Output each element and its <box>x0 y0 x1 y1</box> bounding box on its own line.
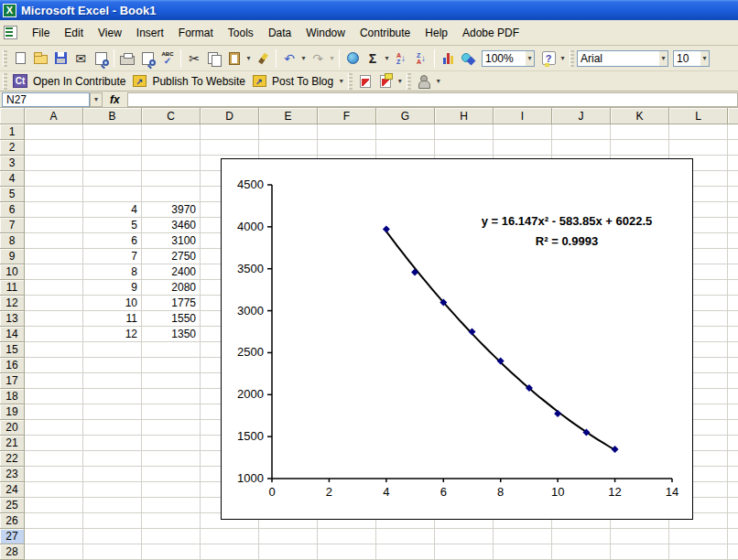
menu-item-edit[interactable]: Edit <box>57 23 91 43</box>
redo-button[interactable]: ↷ <box>308 48 328 68</box>
cell-B4[interactable] <box>83 171 142 187</box>
convert-to-pdf-email-button[interactable] <box>375 71 396 91</box>
cell-H27[interactable] <box>435 529 494 544</box>
cell-M16[interactable] <box>728 358 738 373</box>
drawing-button[interactable] <box>458 48 478 68</box>
cell-A12[interactable] <box>25 296 83 311</box>
row-header-28[interactable]: 28 <box>0 544 25 560</box>
cell-J28[interactable] <box>552 544 611 560</box>
publish-to-website-label[interactable]: Publish To Website <box>149 75 249 88</box>
cell-B21[interactable] <box>83 436 142 451</box>
cell-C15[interactable] <box>142 342 201 358</box>
cell-B17[interactable] <box>83 373 142 389</box>
cell-C5[interactable] <box>142 187 201 202</box>
cell-B27[interactable] <box>83 529 142 544</box>
cell-M3[interactable] <box>728 156 738 171</box>
column-header-b[interactable]: B <box>83 108 142 124</box>
cell-E1[interactable] <box>259 124 318 140</box>
row-header-6[interactable]: 6 <box>0 202 25 218</box>
cell-M6[interactable] <box>728 202 738 218</box>
column-header-a[interactable]: A <box>25 108 83 124</box>
cell-B2[interactable] <box>83 140 142 156</box>
cell-M8[interactable] <box>728 233 738 249</box>
cell-M13[interactable] <box>728 311 738 327</box>
cell-A6[interactable] <box>25 202 83 218</box>
cell-L1[interactable] <box>669 124 728 140</box>
toolbar-grip[interactable] <box>570 50 574 67</box>
cell-A13[interactable] <box>25 311 83 327</box>
data-point-marker[interactable] <box>554 410 561 417</box>
cell-B8[interactable]: 6 <box>83 233 142 249</box>
cell-A7[interactable] <box>25 218 83 233</box>
cell-A1[interactable] <box>25 124 83 140</box>
column-header-g[interactable]: G <box>376 108 435 124</box>
open-button[interactable] <box>30 48 50 68</box>
insert-function-button[interactable]: fx <box>103 93 127 106</box>
cell-C12[interactable]: 1775 <box>142 296 201 311</box>
cell-K27[interactable] <box>611 529 669 544</box>
toolbar-grip[interactable] <box>407 73 411 90</box>
cell-B3[interactable] <box>83 156 142 171</box>
data-point-marker[interactable] <box>411 268 418 275</box>
column-header-h[interactable]: H <box>435 108 494 124</box>
menu-item-format[interactable]: Format <box>171 23 221 43</box>
cell-A28[interactable] <box>25 544 83 560</box>
menu-item-window[interactable]: Window <box>298 23 353 43</box>
toolbar-grip[interactable] <box>3 50 7 67</box>
cell-A20[interactable] <box>25 420 83 436</box>
row-header-18[interactable]: 18 <box>0 389 25 404</box>
cell-C1[interactable] <box>142 124 201 140</box>
cell-B5[interactable] <box>83 187 142 202</box>
row-header-3[interactable]: 3 <box>0 156 25 171</box>
cell-A4[interactable] <box>25 171 83 187</box>
column-header-m[interactable]: M <box>728 108 738 124</box>
cell-M11[interactable] <box>728 280 738 296</box>
worksheet-menu-icon[interactable] <box>4 26 17 39</box>
row-header-20[interactable]: 20 <box>0 420 25 436</box>
cell-B6[interactable]: 4 <box>83 202 142 218</box>
row-header-16[interactable]: 16 <box>0 358 25 373</box>
row-header-22[interactable]: 22 <box>0 451 25 467</box>
mail-button[interactable]: ✉ <box>71 48 91 68</box>
row-header-1[interactable]: 1 <box>0 124 25 140</box>
column-header-l[interactable]: L <box>669 108 728 124</box>
cell-B7[interactable]: 5 <box>83 218 142 233</box>
cell-B10[interactable]: 8 <box>83 264 142 280</box>
help-dropdown[interactable]: ▾ <box>559 54 567 62</box>
menu-item-insert[interactable]: Insert <box>129 23 171 43</box>
cell-G2[interactable] <box>376 140 435 156</box>
cell-M12[interactable] <box>728 296 738 311</box>
data-point-marker[interactable] <box>383 226 390 233</box>
row-header-26[interactable]: 26 <box>0 513 25 529</box>
cell-C16[interactable] <box>142 358 201 373</box>
font-name-combo[interactable]: Arial ▾ <box>577 50 668 67</box>
spelling-button[interactable]: ABC ✓ <box>157 48 178 68</box>
cell-B15[interactable] <box>83 342 142 358</box>
row-header-14[interactable]: 14 <box>0 327 25 342</box>
cell-B20[interactable] <box>83 420 142 436</box>
cell-C13[interactable]: 1550 <box>142 311 201 327</box>
cell-A23[interactable] <box>25 467 83 482</box>
data-point-marker[interactable] <box>469 328 476 336</box>
cell-M28[interactable] <box>728 544 738 560</box>
redo-dropdown[interactable]: ▾ <box>328 54 336 62</box>
cell-C19[interactable] <box>142 404 201 420</box>
cell-C7[interactable]: 3460 <box>142 218 201 233</box>
cell-J27[interactable] <box>552 529 611 544</box>
row-header-11[interactable]: 11 <box>0 280 25 296</box>
cell-A2[interactable] <box>25 140 83 156</box>
cell-J2[interactable] <box>552 140 611 156</box>
row-header-10[interactable]: 10 <box>0 264 25 280</box>
cell-C3[interactable] <box>142 156 201 171</box>
name-box[interactable]: N27 <box>2 92 90 107</box>
formula-input[interactable] <box>127 92 738 107</box>
cell-B19[interactable] <box>83 404 142 420</box>
cell-A14[interactable] <box>25 327 83 342</box>
cell-C27[interactable] <box>142 529 201 544</box>
cell-M7[interactable] <box>728 218 738 233</box>
cell-E2[interactable] <box>259 140 318 156</box>
row-header-27[interactable]: 27 <box>0 529 25 544</box>
cell-M25[interactable] <box>728 498 738 513</box>
cell-C6[interactable]: 3970 <box>142 202 201 218</box>
cell-M23[interactable] <box>728 467 738 482</box>
